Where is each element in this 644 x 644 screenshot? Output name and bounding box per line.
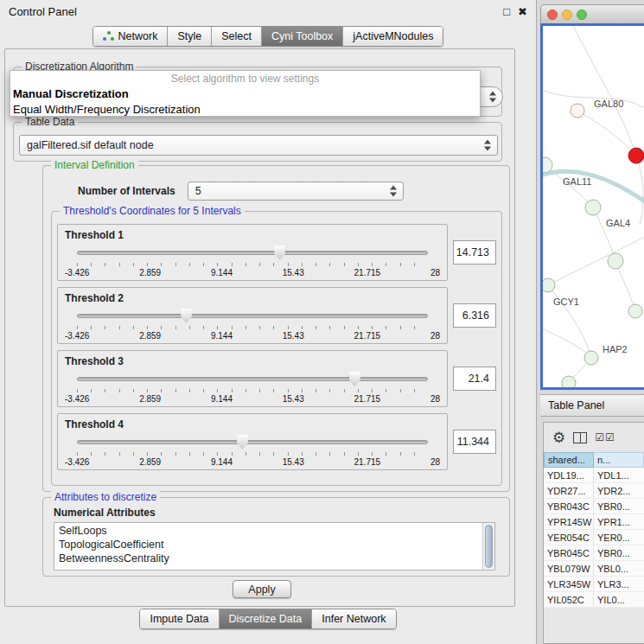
zoom-traffic-light-icon[interactable] xyxy=(577,10,587,20)
popup-placeholder-option[interactable]: Select algorithm to view settings xyxy=(10,71,480,86)
threshold-slider[interactable] xyxy=(77,435,428,450)
table-row[interactable]: YBR043CYBR0... xyxy=(544,499,644,514)
top-tab-bar: NetworkStyleSelectCyni ToolboxjActiveMNo… xyxy=(92,26,444,47)
attribute-item[interactable]: TopologicalCoefficient xyxy=(59,538,490,552)
cell-shared-name[interactable]: YPR145W xyxy=(544,514,594,529)
cell-shared-name[interactable]: YLR345W xyxy=(544,577,594,591)
node-gal80[interactable] xyxy=(571,104,584,118)
network-window-titlebar[interactable] xyxy=(540,4,644,23)
threshold-row: Threshold 1 -3.4262.8599.14415.4321.7152… xyxy=(57,224,496,281)
gear-icon[interactable]: ⚙ xyxy=(552,430,565,445)
cell-name[interactable]: YBL0... xyxy=(594,561,644,576)
scale-label: 28 xyxy=(430,457,440,467)
slider-track[interactable] xyxy=(77,440,428,444)
number-of-intervals-dropdown[interactable]: 5 xyxy=(188,182,404,201)
tab-impute-data[interactable]: Impute Data xyxy=(140,609,219,628)
cell-shared-name[interactable]: YBR045C xyxy=(544,545,594,560)
close-icon[interactable]: ✖ xyxy=(518,5,527,18)
cell-shared-name[interactable]: YER054C xyxy=(544,530,594,545)
threshold-slider[interactable] xyxy=(77,245,428,260)
slider-thumb[interactable] xyxy=(181,309,192,323)
tab-select[interactable]: Select xyxy=(212,27,262,46)
slider-thumb[interactable] xyxy=(274,245,285,260)
minimize-traffic-light-icon[interactable] xyxy=(562,10,572,20)
node[interactable] xyxy=(562,376,576,390)
table-row[interactable]: YER054CYER0... xyxy=(544,530,644,545)
scale-label: 28 xyxy=(430,394,440,404)
column-header-shared-name[interactable]: shared... xyxy=(544,452,594,468)
table-toolbar: ⚙ ☑☑ xyxy=(544,423,644,452)
node-gal4[interactable] xyxy=(585,200,601,215)
popup-option-manual-discretization[interactable]: Manual Discretization xyxy=(10,86,480,102)
node[interactable] xyxy=(608,253,623,269)
threshold-slider[interactable] xyxy=(77,372,428,386)
threshold-value-field[interactable]: 21.4 xyxy=(453,367,496,391)
column-header-name[interactable]: n... xyxy=(594,452,644,468)
slider-thumb[interactable] xyxy=(349,372,360,386)
interval-definition-group-title: Interval Definition xyxy=(51,159,138,171)
close-traffic-light-icon[interactable] xyxy=(547,10,558,20)
threshold-value-field[interactable]: 14.713 xyxy=(453,240,496,265)
tab-jactivemnodules[interactable]: jActiveMNodules xyxy=(343,27,443,46)
scale-label: 2.859 xyxy=(139,394,161,404)
table-row[interactable]: YBR045CYBR0... xyxy=(544,545,644,561)
table-row[interactable]: YDR27...YDR2... xyxy=(544,483,644,499)
cell-shared-name[interactable]: YBL079W xyxy=(544,561,594,576)
scale-label: -3.426 xyxy=(65,268,89,277)
threshold-label: Threshold 2 xyxy=(65,292,124,304)
node-hap2[interactable] xyxy=(584,351,598,365)
threshold-label: Threshold 3 xyxy=(65,355,124,367)
table-row[interactable]: YPR145WYPR1... xyxy=(544,514,644,530)
float-window-icon[interactable]: □ xyxy=(503,5,510,18)
apply-button[interactable]: Apply xyxy=(233,580,291,598)
table-row[interactable]: YLR345WYLR3... xyxy=(544,577,644,592)
table-row[interactable]: YBL079WYBL0... xyxy=(544,561,644,577)
table-panel-header: Table Panel xyxy=(540,394,644,417)
table-row[interactable]: YDL19...YDL1... xyxy=(544,468,644,483)
attribute-item[interactable]: SelfLoops xyxy=(59,524,490,538)
scrollbar-thumb[interactable] xyxy=(485,525,493,568)
tab-infer-network[interactable]: Infer Network xyxy=(312,609,395,628)
cell-name[interactable]: YER0... xyxy=(594,530,644,545)
tab-cyni-toolbox[interactable]: Cyni Toolbox xyxy=(262,27,343,46)
network-canvas[interactable] xyxy=(543,26,644,390)
slider-track[interactable] xyxy=(77,377,428,381)
slider-thumb[interactable] xyxy=(237,435,248,450)
attributes-group-title: Attributes to discretize xyxy=(51,491,160,503)
select-columns-icon[interactable]: ☑☑ xyxy=(595,431,615,443)
threshold-slider[interactable] xyxy=(77,309,428,323)
cell-name[interactable]: YIL0... xyxy=(594,592,644,607)
threshold-value-field[interactable]: 6.316 xyxy=(453,303,496,328)
attribute-item[interactable]: BetweennessCentrality xyxy=(59,552,490,565)
tab-network[interactable]: Network xyxy=(93,27,169,46)
tab-discretize-data[interactable]: Discretize Data xyxy=(220,609,313,628)
cell-shared-name[interactable]: YDL19... xyxy=(544,468,594,482)
scale-label: 21.715 xyxy=(354,394,381,404)
attribute-items: SelfLoopsTopologicalCoefficientBetweenne… xyxy=(54,523,494,566)
threshold-value-field[interactable]: 11.344 xyxy=(453,430,496,454)
network-nodes[interactable] xyxy=(543,104,644,390)
numerical-attributes-list[interactable]: SelfLoopsTopologicalCoefficientBetweenne… xyxy=(54,522,495,571)
slider-track[interactable] xyxy=(77,251,428,255)
threshold-panel: Threshold 1 -3.4262.8599.14415.4321.7152… xyxy=(57,224,448,281)
slider-track[interactable] xyxy=(77,314,428,318)
popup-option-equal-width-frequency[interactable]: Equal Width/Frequency Discretization xyxy=(10,102,480,118)
cell-name[interactable]: YLR3... xyxy=(594,577,644,591)
table-data-dropdown[interactable]: galFiltered.sif default node xyxy=(19,135,498,156)
cell-shared-name[interactable]: YDR27... xyxy=(544,483,594,498)
cell-name[interactable]: YDL1... xyxy=(594,468,644,482)
cell-name[interactable]: YBR0... xyxy=(594,499,644,513)
table-row[interactable]: YIL052CYIL0... xyxy=(544,592,644,608)
list-scrollbar[interactable] xyxy=(482,523,494,570)
cell-name[interactable]: YBR0... xyxy=(594,545,644,560)
cell-shared-name[interactable]: YBR043C xyxy=(544,499,594,513)
node[interactable] xyxy=(628,304,642,318)
node-selected[interactable] xyxy=(628,148,644,163)
cell-shared-name[interactable]: YIL052C xyxy=(544,592,594,607)
cell-name[interactable]: YDR2... xyxy=(594,483,644,498)
columns-icon[interactable] xyxy=(573,432,587,443)
tab-style[interactable]: Style xyxy=(168,27,212,46)
node-gcy1[interactable] xyxy=(543,278,555,292)
table-data-group: Table Data galFiltered.sif default node xyxy=(13,122,502,162)
cell-name[interactable]: YPR1... xyxy=(594,514,644,529)
